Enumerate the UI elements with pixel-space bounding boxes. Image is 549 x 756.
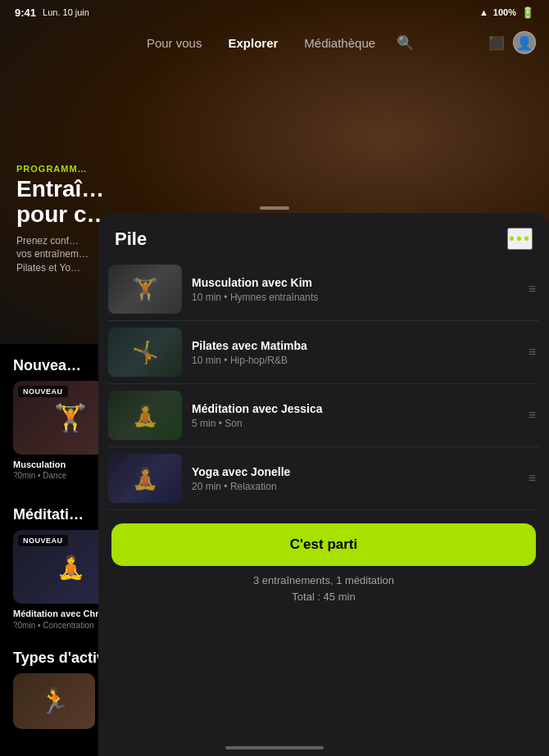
workout-meta-pilates: 10 min • Hip-hop/R&B bbox=[192, 355, 515, 366]
nav-bar: Pour vous Explorer Médiathèque 🔍 ⬛ 👤 bbox=[0, 23, 549, 62]
med-badge-1: NOUVEAU bbox=[18, 535, 68, 546]
scroll-handle[interactable] bbox=[260, 206, 289, 210]
workout-thumb-musculation: 🏋️ bbox=[108, 265, 182, 314]
workout-name-musculation: Musculation avec Kim bbox=[192, 276, 515, 289]
battery-percent: 100% bbox=[493, 7, 516, 17]
workout-info-yoga: Yoga avec Jonelle 20 min • Relaxation bbox=[192, 465, 515, 492]
hero-title: Entraî…pour c… bbox=[16, 177, 110, 228]
wifi-icon: ▲ bbox=[479, 7, 488, 17]
home-indicator bbox=[225, 746, 324, 749]
workout-item-pilates[interactable]: 🤸 Pilates avec Matimba 10 min • Hip-hop/… bbox=[108, 321, 539, 384]
workout-meta-musculation: 10 min • Hymnes entraînants bbox=[192, 292, 515, 303]
start-button[interactable]: C'est parti bbox=[111, 523, 536, 566]
status-time: 9:41 bbox=[15, 7, 36, 19]
battery-icon: 🔋 bbox=[521, 7, 534, 19]
type-thumb-1: 🏃 bbox=[13, 673, 95, 729]
workout-item-yoga[interactable]: 🧘 Yoga avec Jonelle 20 min • Relaxation … bbox=[108, 447, 539, 510]
drag-handle-musculation[interactable]: ≡ bbox=[525, 278, 539, 300]
cta-summary-line2: Total : 45 min bbox=[111, 589, 536, 605]
workout-thumb-yoga: 🧘 bbox=[108, 454, 182, 503]
workout-info-musculation: Musculation avec Kim 10 min • Hymnes ent… bbox=[192, 276, 515, 303]
pile-sheet: Pile ••• 🏋️ Musculation avec Kim 10 min … bbox=[98, 213, 549, 756]
tab-pour-vous[interactable]: Pour vous bbox=[135, 31, 214, 55]
workout-info-pilates: Pilates avec Matimba 10 min • Hip-hop/R&… bbox=[192, 339, 515, 366]
screen-icon[interactable]: ⬛ bbox=[488, 35, 505, 51]
hero-label: PROGRAMM… bbox=[16, 164, 110, 174]
workout-list: 🏋️ Musculation avec Kim 10 min • Hymnes … bbox=[98, 258, 549, 510]
cta-summary: 3 entraînements, 1 méditation Total : 45… bbox=[111, 573, 536, 604]
more-options-button[interactable]: ••• bbox=[507, 228, 533, 250]
drag-handle-yoga[interactable]: ≡ bbox=[525, 468, 539, 489]
hero-content: PROGRAMM… Entraî…pour c… Prenez conf…vos… bbox=[16, 164, 110, 275]
workout-item-musculation[interactable]: 🏋️ Musculation avec Kim 10 min • Hymnes … bbox=[108, 258, 539, 321]
hero-description: Prenez conf…vos entraînem…Pilates et Yo… bbox=[16, 234, 110, 275]
workout-name-pilates: Pilates avec Matimba bbox=[192, 339, 515, 352]
workout-thumb-pilates: 🤸 bbox=[108, 328, 182, 377]
nouveau-section-title: Nouvea… bbox=[13, 357, 81, 374]
tab-explorer[interactable]: Explorer bbox=[216, 31, 289, 55]
workout-meta-meditation: 5 min • Son bbox=[192, 418, 515, 429]
status-date: Lun. 10 juin bbox=[43, 7, 89, 17]
workout-meta-yoga: 20 min • Relaxation bbox=[192, 481, 515, 492]
drag-handle-pilates[interactable]: ≡ bbox=[525, 342, 539, 363]
workout-name-meditation: Méditation avec Jessica bbox=[192, 402, 515, 415]
type-card-1[interactable]: 🏃 bbox=[13, 673, 95, 729]
search-icon[interactable]: 🔍 bbox=[397, 34, 414, 52]
workout-info-meditation: Méditation avec Jessica 5 min • Son bbox=[192, 402, 515, 429]
workout-name-yoga: Yoga avec Jonelle bbox=[192, 465, 515, 478]
nav-tabs: Pour vous Explorer Médiathèque 🔍 bbox=[135, 31, 414, 55]
sheet-title: Pile bbox=[115, 229, 147, 250]
status-bar: 9:41 Lun. 10 juin ▲ 100% 🔋 bbox=[0, 0, 549, 25]
workout-thumb-meditation: 🧘 bbox=[108, 391, 182, 440]
cta-section: C'est parti 3 entraînements, 1 méditatio… bbox=[98, 510, 549, 611]
sheet-header: Pile ••• bbox=[98, 213, 549, 258]
card-badge-1: NOUVEAU bbox=[18, 386, 68, 397]
avatar[interactable]: 👤 bbox=[513, 31, 536, 54]
tab-mediatheque[interactable]: Médiathèque bbox=[293, 31, 387, 55]
nav-right-controls: ⬛ 👤 bbox=[488, 31, 536, 54]
meditation-section-title: Méditati… bbox=[13, 506, 84, 523]
workout-item-meditation[interactable]: 🧘 Méditation avec Jessica 5 min • Son ≡ bbox=[108, 384, 539, 447]
cta-summary-line1: 3 entraînements, 1 méditation bbox=[111, 573, 536, 589]
status-indicators: ▲ 100% 🔋 bbox=[479, 7, 534, 19]
drag-handle-meditation[interactable]: ≡ bbox=[525, 405, 539, 426]
